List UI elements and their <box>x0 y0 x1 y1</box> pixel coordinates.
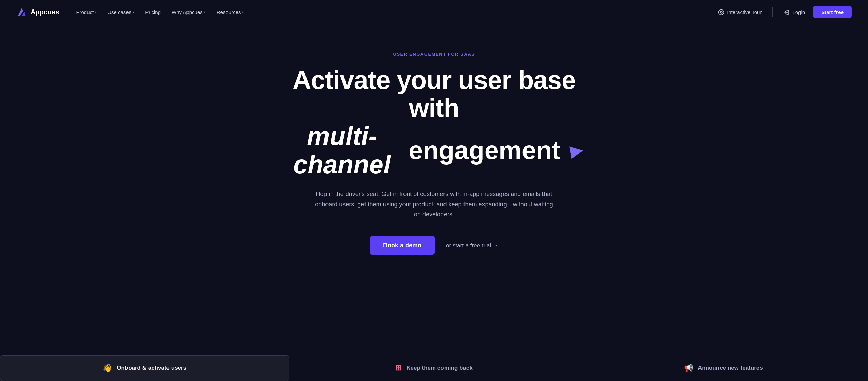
tab-keep-label: Keep them coming back <box>406 365 473 372</box>
svg-marker-0 <box>18 8 23 16</box>
tab-keep-coming[interactable]: ⊞ Keep them coming back <box>289 355 578 381</box>
free-trial-link[interactable]: or start a free trial → <box>446 242 498 249</box>
chevron-down-icon: ▾ <box>204 10 206 14</box>
tour-icon <box>718 9 724 15</box>
chevron-down-icon: ▾ <box>133 10 134 14</box>
keep-coming-icon: ⊞ <box>395 364 401 373</box>
logo-text: Appcues <box>31 8 59 16</box>
hero-section: USER ENGAGEMENT FOR SAAS Activate your u… <box>264 24 604 303</box>
hero-headline-line2: multi-channel engagement ► <box>281 122 587 178</box>
hero-headline-line1: Activate your user base with <box>281 66 587 122</box>
nav-item-pricing[interactable]: Pricing <box>140 6 165 18</box>
nav-item-product[interactable]: Product ▾ <box>71 6 101 18</box>
hero-subtext: Hop in the driver's seat. Get in front o… <box>312 189 556 220</box>
hero-cta: Book a demo or start a free trial → <box>370 236 498 255</box>
chevron-down-icon: ▾ <box>242 10 244 14</box>
login-icon <box>784 9 790 15</box>
hero-italic: multi-channel <box>281 122 403 178</box>
announce-icon: 📢 <box>684 364 693 373</box>
interactive-tour-button[interactable]: Interactive Tour <box>713 6 767 18</box>
svg-marker-1 <box>22 12 26 16</box>
start-free-button[interactable]: Start free <box>813 6 852 18</box>
nav-item-resources[interactable]: Resources ▾ <box>212 6 249 18</box>
nav-left: Appcues Product ▾ Use cases ▾ Pricing Wh… <box>16 6 249 18</box>
chevron-down-icon: ▾ <box>95 10 97 14</box>
tab-announce[interactable]: 📢 Announce new features <box>579 355 868 381</box>
logo[interactable]: Appcues <box>16 7 59 18</box>
login-button[interactable]: Login <box>778 6 810 18</box>
nav-divider <box>772 7 773 17</box>
svg-point-3 <box>720 11 722 13</box>
nav-item-use-cases[interactable]: Use cases ▾ <box>103 6 139 18</box>
tab-announce-label: Announce new features <box>698 365 763 372</box>
bottom-tabs: 👋 Onboard & activate users ⊞ Keep them c… <box>0 355 868 381</box>
hero-eyebrow: USER ENGAGEMENT FOR SAAS <box>393 52 475 57</box>
svg-point-2 <box>719 9 724 15</box>
onboard-icon: 👋 <box>103 364 112 373</box>
logo-icon <box>16 7 27 18</box>
hero-headline-rest: engagement <box>409 136 560 165</box>
tab-onboard-label: Onboard & activate users <box>117 365 186 372</box>
book-demo-button[interactable]: Book a demo <box>370 236 435 255</box>
cursor-icon: ► <box>564 138 589 163</box>
nav-links: Product ▾ Use cases ▾ Pricing Why Appcue… <box>71 6 249 18</box>
navigation: Appcues Product ▾ Use cases ▾ Pricing Wh… <box>0 0 868 24</box>
tab-onboard[interactable]: 👋 Onboard & activate users <box>0 355 289 381</box>
nav-right: Interactive Tour Login Start free <box>713 6 852 18</box>
nav-item-why-appcues[interactable]: Why Appcues ▾ <box>167 6 211 18</box>
